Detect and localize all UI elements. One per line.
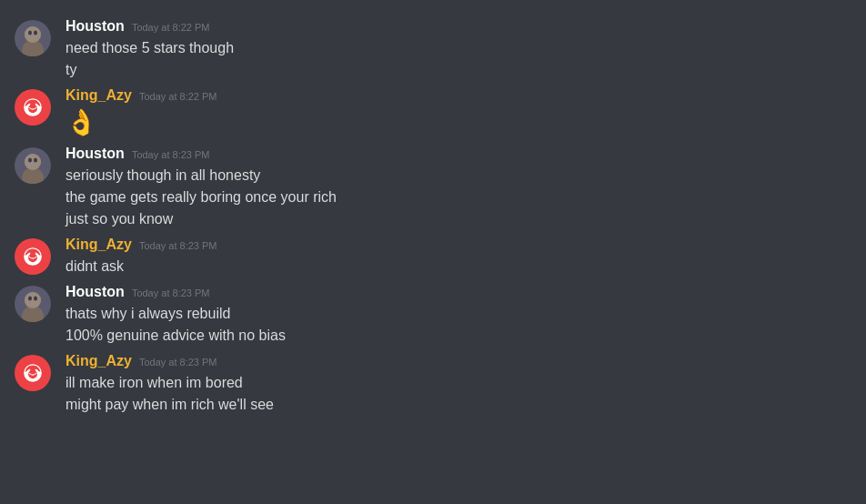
message-content: King_AzyToday at 8:23 PMill make iron wh… xyxy=(65,353,851,415)
message-text: just so you know xyxy=(65,209,851,229)
svg-point-5 xyxy=(34,31,37,35)
message-text: ty xyxy=(65,60,851,80)
avatar xyxy=(15,147,51,184)
username[interactable]: King_Azy xyxy=(65,87,132,104)
avatar xyxy=(15,355,51,391)
message-header: HoustonToday at 8:23 PM xyxy=(65,146,851,162)
svg-point-23 xyxy=(34,296,37,300)
message-content: King_AzyToday at 8:22 PM👌 xyxy=(65,87,851,138)
username[interactable]: Houston xyxy=(65,146,125,162)
message-text: didnt ask xyxy=(65,257,851,277)
timestamp: Today at 8:23 PM xyxy=(132,287,210,298)
message-group: King_AzyToday at 8:22 PM👌 xyxy=(0,84,866,142)
username[interactable]: King_Azy xyxy=(65,237,132,253)
message-group: HoustonToday at 8:22 PMneed those 5 star… xyxy=(0,15,866,84)
timestamp: Today at 8:23 PM xyxy=(139,240,217,251)
avatar xyxy=(15,238,51,275)
svg-point-3 xyxy=(25,26,41,43)
avatar xyxy=(15,20,51,56)
message-text: 👌 xyxy=(65,107,851,138)
message-text: 100% genuine advice with no bias xyxy=(65,326,851,346)
svg-point-13 xyxy=(28,157,32,162)
timestamp: Today at 8:22 PM xyxy=(132,22,210,33)
svg-point-17 xyxy=(28,253,37,262)
svg-point-21 xyxy=(25,292,41,308)
timestamp: Today at 8:23 PM xyxy=(139,357,217,368)
svg-point-12 xyxy=(25,154,41,170)
message-content: HoustonToday at 8:23 PMthats why i alway… xyxy=(65,284,851,346)
message-group: HoustonToday at 8:23 PMseriously though … xyxy=(0,142,866,233)
message-text: ill make iron when im bored xyxy=(65,373,851,393)
message-content: HoustonToday at 8:22 PMneed those 5 star… xyxy=(65,18,851,80)
username[interactable]: King_Azy xyxy=(65,353,132,369)
message-text: need those 5 stars though xyxy=(65,38,851,58)
timestamp: Today at 8:22 PM xyxy=(139,91,217,102)
message-content: King_AzyToday at 8:23 PMdidnt ask xyxy=(65,237,851,277)
svg-point-26 xyxy=(28,369,37,378)
message-text: seriously though in all honesty xyxy=(65,166,851,186)
message-header: HoustonToday at 8:22 PM xyxy=(65,18,851,35)
message-header: King_AzyToday at 8:22 PM xyxy=(65,87,851,104)
message-content: HoustonToday at 8:23 PMseriously though … xyxy=(65,146,851,229)
message-header: King_AzyToday at 8:23 PM xyxy=(65,237,851,253)
message-text: thats why i always rebuild xyxy=(65,304,851,324)
message-text: might pay when im rich we'll see xyxy=(65,395,851,415)
svg-point-14 xyxy=(34,157,37,162)
svg-point-22 xyxy=(28,296,32,300)
timestamp: Today at 8:23 PM xyxy=(132,149,210,160)
message-header: King_AzyToday at 8:23 PM xyxy=(65,353,851,369)
message-group: HoustonToday at 8:23 PMthats why i alway… xyxy=(0,280,866,349)
avatar xyxy=(15,89,51,126)
message-text: the game gets really boring once your ri… xyxy=(65,187,851,207)
message-group: King_AzyToday at 8:23 PMill make iron wh… xyxy=(0,349,866,418)
svg-point-8 xyxy=(28,105,37,114)
chat-container: HoustonToday at 8:22 PMneed those 5 star… xyxy=(0,0,866,433)
username[interactable]: Houston xyxy=(65,18,125,35)
avatar xyxy=(15,286,51,322)
message-header: HoustonToday at 8:23 PM xyxy=(65,284,851,300)
svg-point-4 xyxy=(28,31,32,35)
message-group: King_AzyToday at 8:23 PMdidnt ask xyxy=(0,233,866,280)
username[interactable]: Houston xyxy=(65,284,125,300)
